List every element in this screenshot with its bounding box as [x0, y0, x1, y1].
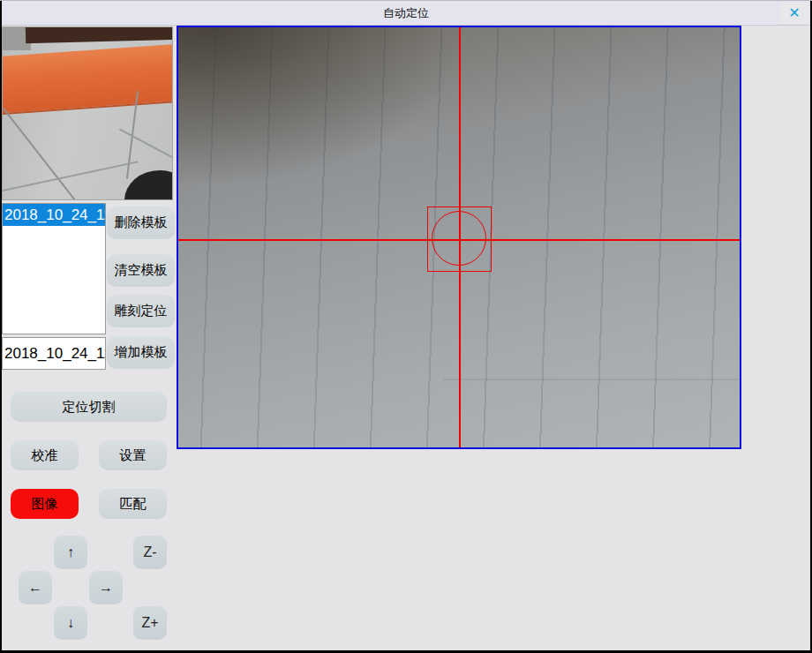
settings-button[interactable]: 设置 [99, 440, 167, 470]
jog-z-minus-button[interactable]: Z- [133, 536, 167, 569]
template-list: 2018_10_24_11 [2, 203, 106, 334]
jog-up-button[interactable]: ↑ [54, 536, 87, 569]
template-list-item[interactable]: 2018_10_24_11 [3, 204, 105, 226]
auto-position-dialog: 自动定位 ✕ 2018_10_24_11 删除模板 清空模板 雕刻定位 增加模板… [0, 0, 812, 653]
image-button[interactable]: 图像 [11, 489, 79, 519]
position-cut-button[interactable]: 定位切割 [11, 392, 167, 422]
match-region-circle [432, 211, 486, 266]
jog-z-plus-button[interactable]: Z+ [133, 606, 167, 640]
title-bar: 自动定位 ✕ [0, 1, 812, 26]
calibrate-button[interactable]: 校准 [11, 440, 79, 470]
template-name-field[interactable] [2, 337, 106, 370]
template-preview-image [2, 26, 173, 200]
preview-orange-beam [2, 44, 173, 116]
close-icon: ✕ [788, 6, 800, 20]
engrave-position-button[interactable]: 雕刻定位 [107, 295, 175, 327]
jog-right-button[interactable]: → [89, 571, 123, 604]
preview-tile-line [2, 161, 138, 191]
window-title: 自动定位 [383, 5, 429, 21]
add-template-button[interactable]: 增加模板 [107, 336, 175, 369]
delete-template-button[interactable]: 删除模板 [107, 206, 175, 239]
preview-dark-band [26, 26, 173, 43]
jog-down-button[interactable]: ↓ [54, 606, 87, 640]
close-button[interactable]: ✕ [780, 3, 808, 24]
preview-dark-object [124, 170, 173, 200]
jog-left-button[interactable]: ← [19, 571, 52, 604]
clear-template-button[interactable]: 清空模板 [107, 254, 175, 287]
camera-viewport[interactable] [177, 26, 741, 449]
preview-tile-line [119, 129, 173, 161]
camera-image-seam [443, 379, 740, 380]
match-button[interactable]: 匹配 [99, 489, 167, 519]
window-border-left [0, 1, 2, 653]
